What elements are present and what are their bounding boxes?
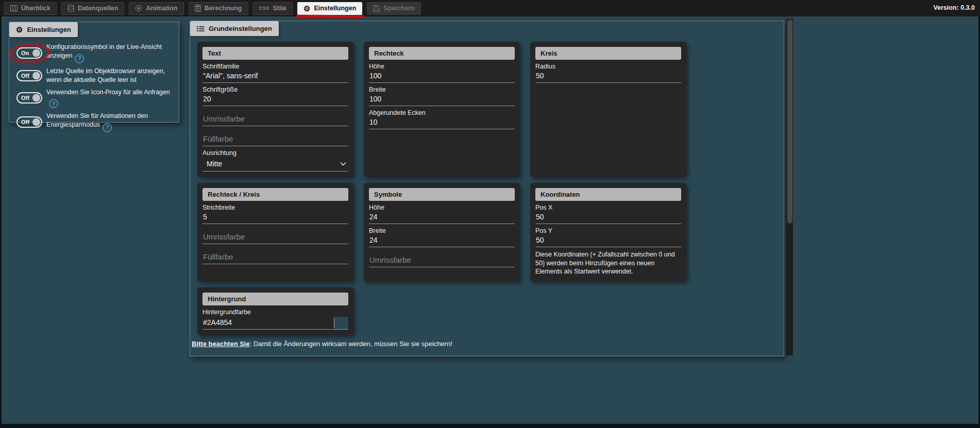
hintergrund-hintergrundfarbe-input[interactable] (202, 317, 334, 329)
toolbar-button-einstellungen[interactable]: ⚙ Einstellungen (297, 2, 362, 15)
rechteck-kreis-strichbreite-input[interactable] (202, 211, 348, 224)
field-label: Breite (369, 227, 515, 234)
toolbar-button-label: Einstellungen (314, 5, 356, 12)
toggle-knob (32, 94, 40, 102)
help-icon[interactable]: ? (75, 54, 84, 63)
card-title: Hintergrund (202, 293, 348, 305)
grundeinstellungen-panel-title: Grundeinstellungen (209, 25, 272, 32)
field-label: Abgerundete Ecken (369, 109, 515, 116)
toggle-knob (32, 118, 40, 126)
help-icon[interactable]: ? (49, 99, 58, 108)
rechteck-abgerundete-ecken-input[interactable] (369, 116, 515, 129)
card-symbole: Symbole Höhe Breite (364, 183, 520, 281)
toggle-label-text: Letzte Quelle im Objektbrowser anzeigen,… (46, 67, 165, 83)
help-icon[interactable]: ? (103, 123, 112, 132)
field-label: Schriftfamilie (202, 63, 348, 70)
version-label: Version: 0.3.0 (933, 4, 975, 11)
toolbar-button-label: Datenquellen (78, 5, 119, 12)
symbole-hoehe-input[interactable] (369, 211, 515, 224)
scrollbar[interactable] (786, 19, 793, 355)
toolbar-button-stile[interactable]: CSS Stile (253, 2, 293, 15)
field-label: Radius (535, 63, 681, 70)
gear-icon: ⚙ (303, 5, 310, 12)
rechteck-kreis-umrissfarbe-input[interactable] (202, 231, 348, 244)
save-reminder-rest: : Damit die Änderungen wirksam werden, m… (250, 340, 452, 348)
toolbar-button-berechnung[interactable]: Berechnung (189, 2, 248, 15)
rechteck-breite-input[interactable] (369, 93, 515, 106)
toggle-row: Off Verwenden Sie für Animationen den En… (16, 112, 174, 132)
text-schriftgroesse-input[interactable] (202, 93, 348, 106)
save-reminder-note: Bitte beachten Sie: Damit die Änderungen… (192, 340, 783, 348)
settings-panel-tab: ⚙ Einstellungen (9, 22, 78, 37)
card-title: Rechteck / Kreis (202, 188, 348, 201)
hintergrund-color-swatch[interactable] (334, 317, 348, 329)
toolbar-button-speichern[interactable]: Speichern (367, 2, 420, 15)
toggle-knob (32, 72, 40, 79)
card-title: Symbole (369, 188, 515, 201)
toolbar-button-label: Animation (146, 5, 177, 12)
toggle-label-text: Konfigurationssymbol in der Live-Ansicht… (46, 43, 162, 59)
toolbar-button-datenquellen[interactable]: Datenquellen (61, 2, 125, 15)
toggle-konfigurationssymbol[interactable]: On (16, 47, 42, 59)
symbole-breite-input[interactable] (369, 234, 515, 247)
card-kreis: Kreis Radius (530, 42, 686, 177)
toggle-energiesparmodus[interactable]: Off (16, 116, 42, 128)
text-fuellfarbe-input[interactable] (202, 133, 348, 146)
settings-panel: ⚙ Einstellungen On Konfigurationssymbol … (9, 22, 179, 123)
rechteck-kreis-fuellfarbe-input[interactable] (202, 251, 348, 264)
css-icon: CSS (259, 6, 269, 11)
database-icon (67, 5, 74, 12)
card-title: Kreis (535, 47, 681, 60)
card-grid: Text Schriftfamilie Schriftgröße Ausrich… (190, 21, 784, 335)
calculator-icon (195, 5, 201, 12)
settings-panel-title: Einstellungen (27, 26, 71, 33)
field-label: Pos Y (535, 227, 681, 234)
toggle-icon-proxy[interactable]: Off (16, 92, 42, 104)
toggle-state-label: Off (21, 119, 29, 125)
toolbar-button-label: Stile (273, 5, 286, 12)
field-label: Strichbreite (202, 204, 348, 211)
gear-icon: ⚙ (16, 26, 23, 33)
rechteck-hoehe-input[interactable] (369, 70, 515, 83)
toggle-knob (32, 49, 40, 57)
koordinaten-pos-y-input[interactable] (535, 234, 681, 247)
toggle-letzte-quelle[interactable]: Off (16, 70, 42, 81)
text-umrissfarbe-input[interactable] (202, 113, 348, 126)
symbole-umrissfarbe-input[interactable] (369, 254, 515, 267)
content-area: ⚙ Einstellungen On Konfigurationssymbol … (0, 16, 980, 428)
app-window: Überblick Datenquellen Animation Berechn… (0, 0, 980, 428)
toolbar-button-label: Überblick (21, 5, 50, 12)
card-title: Koordinaten (535, 188, 681, 201)
toolbar-button-animation[interactable]: Animation (129, 2, 183, 15)
card-title: Text (202, 47, 348, 60)
toggle-label-text: Verwenden Sie Icon-Proxy für alle Anfrag… (46, 89, 170, 96)
animation-icon (135, 5, 142, 12)
save-reminder-lead: Bitte beachten Sie (192, 340, 250, 348)
toggle-row: On Konfigurationssymbol in der Live-Ansi… (16, 43, 174, 63)
koordinaten-description: Diese Koordinaten (+ Zufallszahl zwische… (535, 250, 681, 276)
text-ausrichtung-select[interactable]: Mitte (202, 158, 348, 172)
save-icon (373, 5, 380, 12)
toggle-description: Verwenden Sie Icon-Proxy für alle Anfrag… (46, 88, 174, 109)
toggle-list: On Konfigurationssymbol in der Live-Ansi… (9, 22, 179, 132)
toggle-description: Letzte Quelle im Objektbrowser anzeigen,… (46, 67, 174, 84)
kreis-radius-input[interactable] (535, 70, 681, 83)
card-text: Text Schriftfamilie Schriftgröße Ausrich… (197, 42, 353, 177)
text-schriftfamilie-input[interactable] (202, 70, 348, 83)
field-label: Breite (369, 86, 515, 93)
card-rechteck-kreis: Rechteck / Kreis Strichbreite (197, 183, 353, 281)
field-label: Ausrichtung (202, 149, 348, 157)
toolbar-button-label: Berechnung (205, 5, 242, 12)
koordinaten-pos-x-input[interactable] (535, 211, 681, 224)
toolbar-button-ueberblick[interactable]: Überblick (4, 2, 57, 15)
toolbar: Überblick Datenquellen Animation Berechn… (0, 0, 980, 16)
toolbar-button-label: Speichern (383, 5, 414, 12)
field-label: Pos X (535, 204, 681, 211)
toggle-description: Verwenden Sie für Animationen den Energi… (46, 112, 174, 132)
field-label: Hintergrundfarbe (202, 309, 348, 316)
toggle-label-text: Verwenden Sie für Animationen den Energi… (46, 112, 148, 128)
toggle-state-label: Off (21, 95, 29, 101)
field-label: Schriftgröße (202, 86, 348, 93)
scrollbar-thumb[interactable] (787, 20, 792, 224)
toggle-state-label: On (21, 50, 29, 56)
